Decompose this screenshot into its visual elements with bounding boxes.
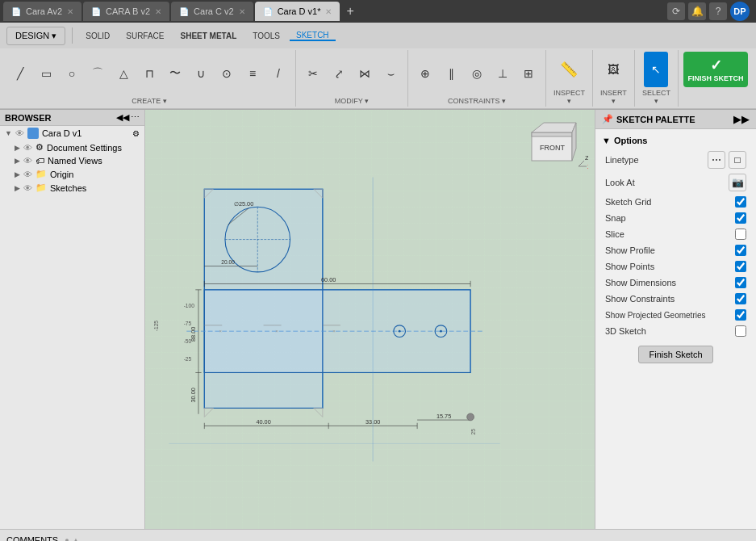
svg-point-52 [399, 330, 401, 333]
measure-tool[interactable]: 📏 [553, 52, 585, 87]
more-create-tool[interactable]: ≡ [240, 61, 265, 86]
inspect-label[interactable]: INSPECT ▾ [551, 89, 587, 105]
constraints-label[interactable]: CONSTRAINTS ▾ [448, 97, 506, 105]
item-options[interactable]: ⚙ [132, 129, 140, 138]
browser-item-doc-settings[interactable]: ▶ 👁 ⚙ Document Settings [0, 140, 144, 154]
svg-marker-54 [204, 408, 213, 417]
tab-cara-bv2[interactable]: 📄 CARA B v2 ✕ [83, 2, 169, 21]
tab-bar: 📄 Cara Av2 ✕ 📄 CARA B v2 ✕ 📄 Cara C v2 ✕… [0, 0, 756, 23]
tab-cara-cv2[interactable]: 📄 Cara C v2 ✕ [171, 2, 253, 21]
browser-menu-btn[interactable]: ⋯ [131, 112, 140, 123]
browser-collapse-btn[interactable]: ◀◀ [116, 112, 129, 123]
new-tab-button[interactable]: + [341, 4, 358, 19]
select-label[interactable]: SELECT ▾ [640, 89, 673, 105]
design-menu-button[interactable]: DESIGN ▾ [6, 27, 65, 45]
svg-text:-100: -100 [184, 303, 195, 308]
sketch-grid-checkbox[interactable] [735, 196, 746, 208]
show-points-checkbox[interactable] [735, 261, 746, 272]
tab-bar-btn1[interactable]: ⟳ [667, 2, 685, 20]
canvas-area[interactable]: FRONT Z X [145, 110, 595, 529]
slice-checkbox[interactable] [735, 229, 746, 240]
section-sheet-metal[interactable]: SHEET METAL [173, 31, 243, 40]
visibility-eye[interactable]: 👁 [23, 183, 32, 193]
show-constraints-checkbox[interactable] [735, 293, 746, 304]
break-tool[interactable]: ⋈ [353, 61, 377, 86]
polygon-tool[interactable]: △ [111, 61, 136, 86]
options-section-toggle[interactable]: ▼ Options [602, 132, 750, 149]
visibility-eye[interactable]: 👁 [23, 156, 32, 166]
comments-expand[interactable]: ▲ [73, 536, 80, 542]
visibility-eye[interactable]: 👁 [23, 143, 32, 153]
linetype-btn1[interactable]: ⋯ [708, 151, 725, 169]
svg-text:×: × [275, 329, 278, 333]
ellipse-tool[interactable]: ⊙ [215, 61, 239, 86]
comments-count: ● [65, 536, 69, 542]
expand-arrow: ▼ [5, 129, 12, 137]
fillet-tool[interactable]: ⌣ [378, 61, 403, 86]
section-tools[interactable]: TOOLS [246, 31, 286, 40]
tab-cara-dv1[interactable]: 📄 Cara D v1* ✕ [255, 2, 340, 21]
trim-tool[interactable]: ✂ [301, 61, 325, 86]
sketches-icon: 📁 [36, 182, 47, 193]
tab-bar-btn3[interactable]: ? [709, 2, 727, 20]
look-at-label: Look At [605, 178, 635, 187]
tab-cara-av2[interactable]: 📄 Cara Av2 ✕ [3, 2, 81, 21]
tab-bar-btn2[interactable]: 🔔 [688, 2, 706, 20]
3d-sketch-checkbox[interactable] [735, 325, 746, 337]
section-solid[interactable]: SOLID [79, 31, 116, 40]
show-projected-checkbox[interactable] [735, 309, 746, 321]
show-points-row: Show Points [602, 258, 750, 275]
concentric-tool[interactable]: ◎ [465, 61, 489, 86]
coincident-tool[interactable]: ⊕ [413, 61, 437, 86]
browser-item-origin[interactable]: ▶ 👁 📁 Origin [0, 167, 144, 181]
browser-item-label: Document Settings [47, 143, 140, 153]
rectangle-tool[interactable]: ▭ [34, 61, 58, 86]
section-surface[interactable]: SURFACE [119, 31, 170, 40]
tab-close[interactable]: ✕ [325, 7, 332, 16]
circle-tool[interactable]: ○ [60, 61, 84, 86]
browser-item-named-views[interactable]: ▶ 👁 🏷 Named Views [0, 154, 144, 167]
browser-item-cara-dv1[interactable]: ▼ 👁 Cara D v1 ⚙ [0, 126, 144, 140]
slot-tool[interactable]: ⊓ [137, 61, 161, 86]
visibility-eye[interactable]: 👁 [15, 128, 24, 138]
browser-header: BROWSER ◀◀ ⋯ [0, 110, 144, 126]
snap-checkbox[interactable] [735, 212, 746, 224]
collinear-tool[interactable]: ∥ [439, 61, 463, 86]
tab-close[interactable]: ✕ [155, 7, 161, 16]
point-tool[interactable]: / [266, 61, 290, 86]
modify-label[interactable]: MODIFY ▾ [335, 97, 369, 105]
arc-tool[interactable]: ⌒ [86, 61, 110, 86]
palette-expand-btn[interactable]: ▶▶ [733, 113, 750, 125]
section-sketch[interactable]: SKETCH [290, 31, 336, 41]
tab-icon: 📄 [263, 7, 273, 16]
create-group: ╱ ▭ ○ ⌒ △ ⊓ 〜 ∪ ⊙ ≡ / [3, 50, 296, 107]
tab-close[interactable]: ✕ [67, 7, 73, 16]
finish-sketch-palette-btn[interactable]: Finish Sketch [638, 346, 712, 363]
visibility-eye[interactable]: 👁 [23, 170, 32, 179]
svg-point-53 [440, 330, 442, 333]
finish-sketch-button[interactable]: ✓ FINISH SKETCH [683, 52, 748, 87]
line-tool[interactable]: ╱ [8, 61, 32, 86]
insert-label[interactable]: INSERT ▾ [598, 89, 629, 105]
create-label[interactable]: CREATE ▾ [132, 97, 166, 105]
doc-settings-icon: ⚙ [36, 142, 44, 153]
select-tool[interactable]: ↖ [644, 52, 668, 87]
midpoint-tool[interactable]: ⊥ [491, 61, 515, 86]
sketch-grid-row: Sketch Grid [602, 194, 750, 210]
show-projected-row: Show Projected Geometries [602, 307, 750, 323]
look-at-btn[interactable]: 📷 [729, 174, 746, 191]
extend-tool[interactable]: ⤤ [327, 61, 351, 86]
show-dimensions-checkbox[interactable] [735, 277, 746, 288]
insert-image-tool[interactable]: 🖼 [601, 52, 625, 87]
conic-tool[interactable]: ∪ [189, 61, 213, 86]
fix-tool[interactable]: ⊞ [516, 61, 541, 86]
spline-tool[interactable]: 〜 [163, 61, 187, 86]
tab-close[interactable]: ✕ [239, 7, 245, 16]
browser-item-sketches[interactable]: ▶ 👁 📁 Sketches [0, 181, 144, 195]
expand-arrow: ▶ [15, 170, 20, 178]
user-avatar[interactable]: DP [730, 2, 750, 21]
svg-marker-55 [314, 408, 323, 417]
slice-label: Slice [605, 229, 624, 239]
linetype-btn2[interactable]: □ [729, 151, 746, 169]
show-profile-checkbox[interactable] [735, 245, 746, 256]
